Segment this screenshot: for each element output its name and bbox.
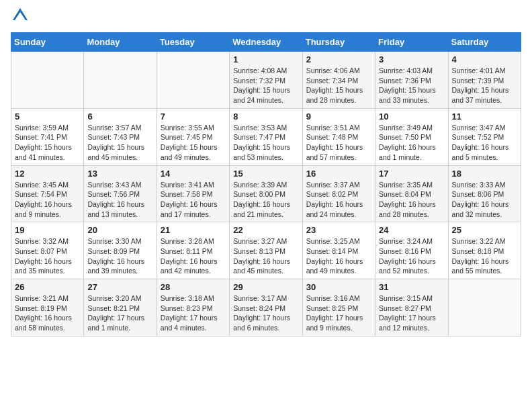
day-info: Sunrise: 3:35 AMSunset: 8:04 PMDaylight:…	[379, 180, 444, 220]
day-number: 27	[87, 282, 152, 292]
calendar-week-row: 5Sunrise: 3:59 AMSunset: 7:41 PMDaylight…	[11, 108, 521, 165]
calendar-day-cell: 13Sunrise: 3:43 AMSunset: 7:56 PMDayligh…	[84, 165, 157, 222]
logo-triangle-icon	[13, 7, 28, 24]
day-info: Sunrise: 3:49 AMSunset: 7:50 PMDaylight:…	[379, 123, 444, 163]
day-info: Sunrise: 3:53 AMSunset: 7:47 PMDaylight:…	[233, 123, 298, 163]
logo-text	[11, 11, 28, 24]
day-number: 7	[161, 111, 226, 122]
calendar-day-cell: 31Sunrise: 3:15 AMSunset: 8:27 PMDayligh…	[375, 279, 448, 336]
calendar-day-cell: 2Sunrise: 4:06 AMSunset: 7:34 PMDaylight…	[302, 52, 375, 109]
day-number: 9	[306, 111, 371, 122]
day-info: Sunrise: 3:24 AMSunset: 8:16 PMDaylight:…	[379, 236, 444, 276]
calendar-day-cell: 10Sunrise: 3:49 AMSunset: 7:50 PMDayligh…	[375, 108, 448, 165]
day-info: Sunrise: 4:03 AMSunset: 7:36 PMDaylight:…	[379, 66, 444, 105]
day-info: Sunrise: 4:06 AMSunset: 7:34 PMDaylight:…	[306, 66, 371, 105]
calendar-day-cell: 26Sunrise: 3:21 AMSunset: 8:19 PMDayligh…	[11, 279, 84, 336]
calendar-day-cell: 21Sunrise: 3:28 AMSunset: 8:11 PMDayligh…	[157, 222, 229, 279]
day-number: 13	[87, 169, 152, 179]
calendar-day-cell: 30Sunrise: 3:16 AMSunset: 8:25 PMDayligh…	[302, 279, 375, 336]
day-info: Sunrise: 3:43 AMSunset: 7:56 PMDaylight:…	[87, 180, 152, 220]
day-number: 22	[233, 225, 298, 235]
day-number: 1	[233, 54, 298, 64]
day-of-week-header: Wednesday	[230, 33, 302, 52]
calendar-week-row: 19Sunrise: 3:32 AMSunset: 8:07 PMDayligh…	[11, 222, 521, 279]
calendar-header-row: SundayMondayTuesdayWednesdayThursdayFrid…	[11, 33, 521, 52]
day-number: 6	[87, 111, 152, 122]
calendar-day-cell	[448, 279, 521, 336]
calendar-day-cell: 9Sunrise: 3:51 AMSunset: 7:48 PMDaylight…	[302, 108, 375, 165]
day-number: 18	[452, 169, 517, 179]
day-number: 14	[161, 169, 226, 179]
day-info: Sunrise: 3:39 AMSunset: 8:00 PMDaylight:…	[233, 180, 298, 220]
day-of-week-header: Thursday	[302, 33, 375, 52]
calendar-table: SundayMondayTuesdayWednesdayThursdayFrid…	[11, 32, 521, 336]
day-number: 21	[161, 225, 226, 235]
logo	[11, 11, 28, 24]
day-info: Sunrise: 3:57 AMSunset: 7:43 PMDaylight:…	[87, 123, 152, 163]
calendar-day-cell: 20Sunrise: 3:30 AMSunset: 8:09 PMDayligh…	[84, 222, 157, 279]
calendar-day-cell: 3Sunrise: 4:03 AMSunset: 7:36 PMDaylight…	[375, 52, 448, 109]
day-of-week-header: Saturday	[448, 33, 521, 52]
calendar-day-cell: 1Sunrise: 4:08 AMSunset: 7:32 PMDaylight…	[230, 52, 302, 109]
day-info: Sunrise: 4:01 AMSunset: 7:39 PMDaylight:…	[452, 66, 517, 105]
day-number: 10	[379, 111, 444, 122]
page-header	[11, 11, 521, 24]
calendar-day-cell: 25Sunrise: 3:22 AMSunset: 8:18 PMDayligh…	[448, 222, 521, 279]
calendar-day-cell: 18Sunrise: 3:33 AMSunset: 8:06 PMDayligh…	[448, 165, 521, 222]
day-of-week-header: Tuesday	[157, 33, 229, 52]
calendar-day-cell: 17Sunrise: 3:35 AMSunset: 8:04 PMDayligh…	[375, 165, 448, 222]
calendar-day-cell	[11, 52, 84, 109]
calendar-day-cell: 24Sunrise: 3:24 AMSunset: 8:16 PMDayligh…	[375, 222, 448, 279]
day-number: 26	[15, 282, 80, 292]
day-number: 16	[306, 169, 371, 179]
day-number: 24	[379, 225, 444, 235]
day-info: Sunrise: 3:21 AMSunset: 8:19 PMDaylight:…	[15, 293, 80, 333]
day-number: 17	[379, 169, 444, 179]
day-info: Sunrise: 3:28 AMSunset: 8:11 PMDaylight:…	[161, 236, 226, 276]
day-info: Sunrise: 3:18 AMSunset: 8:23 PMDaylight:…	[161, 293, 226, 333]
day-info: Sunrise: 3:47 AMSunset: 7:52 PMDaylight:…	[452, 123, 517, 163]
day-of-week-header: Sunday	[11, 33, 84, 52]
day-number: 3	[379, 54, 444, 64]
day-number: 23	[306, 225, 371, 235]
calendar-day-cell: 12Sunrise: 3:45 AMSunset: 7:54 PMDayligh…	[11, 165, 84, 222]
day-number: 29	[233, 282, 298, 292]
day-number: 25	[452, 225, 517, 235]
day-info: Sunrise: 3:55 AMSunset: 7:45 PMDaylight:…	[161, 123, 226, 163]
day-number: 31	[379, 282, 444, 292]
calendar-day-cell: 19Sunrise: 3:32 AMSunset: 8:07 PMDayligh…	[11, 222, 84, 279]
day-info: Sunrise: 3:33 AMSunset: 8:06 PMDaylight:…	[452, 180, 517, 220]
calendar-week-row: 1Sunrise: 4:08 AMSunset: 7:32 PMDaylight…	[11, 52, 521, 109]
day-info: Sunrise: 3:51 AMSunset: 7:48 PMDaylight:…	[306, 123, 371, 163]
day-of-week-header: Monday	[84, 33, 157, 52]
day-info: Sunrise: 3:30 AMSunset: 8:09 PMDaylight:…	[87, 236, 152, 276]
day-info: Sunrise: 3:16 AMSunset: 8:25 PMDaylight:…	[306, 293, 371, 333]
calendar-day-cell: 5Sunrise: 3:59 AMSunset: 7:41 PMDaylight…	[11, 108, 84, 165]
day-number: 28	[161, 282, 226, 292]
calendar-day-cell: 14Sunrise: 3:41 AMSunset: 7:58 PMDayligh…	[157, 165, 229, 222]
calendar-day-cell: 23Sunrise: 3:25 AMSunset: 8:14 PMDayligh…	[302, 222, 375, 279]
day-info: Sunrise: 3:32 AMSunset: 8:07 PMDaylight:…	[15, 236, 80, 276]
calendar-week-row: 12Sunrise: 3:45 AMSunset: 7:54 PMDayligh…	[11, 165, 521, 222]
calendar-day-cell: 29Sunrise: 3:17 AMSunset: 8:24 PMDayligh…	[230, 279, 302, 336]
calendar-day-cell	[157, 52, 229, 109]
calendar-day-cell: 4Sunrise: 4:01 AMSunset: 7:39 PMDaylight…	[448, 52, 521, 109]
day-info: Sunrise: 3:15 AMSunset: 8:27 PMDaylight:…	[379, 293, 444, 333]
day-info: Sunrise: 3:22 AMSunset: 8:18 PMDaylight:…	[452, 236, 517, 276]
day-number: 4	[452, 54, 517, 64]
day-number: 30	[306, 282, 371, 292]
calendar-week-row: 26Sunrise: 3:21 AMSunset: 8:19 PMDayligh…	[11, 279, 521, 336]
day-of-week-header: Friday	[375, 33, 448, 52]
day-info: Sunrise: 3:20 AMSunset: 8:21 PMDaylight:…	[87, 293, 152, 333]
day-info: Sunrise: 3:59 AMSunset: 7:41 PMDaylight:…	[15, 123, 80, 163]
day-number: 19	[15, 225, 80, 235]
day-number: 2	[306, 54, 371, 64]
calendar-day-cell	[84, 52, 157, 109]
calendar-day-cell: 28Sunrise: 3:18 AMSunset: 8:23 PMDayligh…	[157, 279, 229, 336]
day-info: Sunrise: 4:08 AMSunset: 7:32 PMDaylight:…	[233, 66, 298, 105]
day-info: Sunrise: 3:17 AMSunset: 8:24 PMDaylight:…	[233, 293, 298, 333]
calendar-day-cell: 15Sunrise: 3:39 AMSunset: 8:00 PMDayligh…	[230, 165, 302, 222]
calendar-day-cell: 8Sunrise: 3:53 AMSunset: 7:47 PMDaylight…	[230, 108, 302, 165]
day-number: 15	[233, 169, 298, 179]
calendar-day-cell: 16Sunrise: 3:37 AMSunset: 8:02 PMDayligh…	[302, 165, 375, 222]
